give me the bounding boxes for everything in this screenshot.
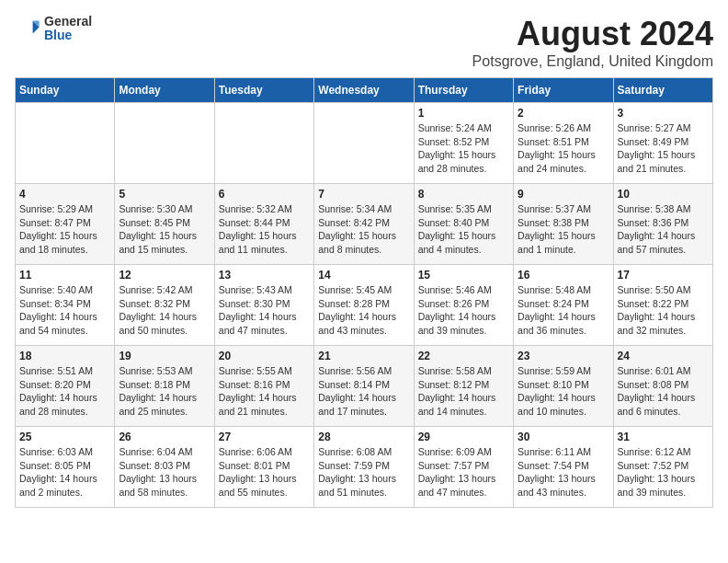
day-info: Sunrise: 6:11 AM Sunset: 7:54 PM Dayligh… <box>518 445 609 500</box>
day-cell: 27Sunrise: 6:06 AM Sunset: 8:01 PM Dayli… <box>214 427 313 508</box>
day-cell: 2Sunrise: 5:26 AM Sunset: 8:51 PM Daylig… <box>514 103 613 184</box>
day-cell: 31Sunrise: 6:12 AM Sunset: 7:52 PM Dayli… <box>613 427 712 508</box>
day-info: Sunrise: 5:38 AM Sunset: 8:36 PM Dayligh… <box>618 202 709 257</box>
day-number: 23 <box>518 350 609 362</box>
day-cell <box>314 103 414 184</box>
day-cell <box>115 103 214 184</box>
day-number: 31 <box>618 431 709 443</box>
logo-blue: Blue <box>44 29 92 42</box>
logo: General Blue <box>15 15 92 43</box>
day-cell: 16Sunrise: 5:48 AM Sunset: 8:24 PM Dayli… <box>514 265 613 346</box>
day-cell: 5Sunrise: 5:30 AM Sunset: 8:45 PM Daylig… <box>115 184 214 265</box>
day-number: 28 <box>318 431 409 443</box>
day-cell: 22Sunrise: 5:58 AM Sunset: 8:12 PM Dayli… <box>414 346 513 427</box>
header-row: SundayMondayTuesdayWednesdayThursdayFrid… <box>16 78 713 103</box>
day-info: Sunrise: 5:29 AM Sunset: 8:47 PM Dayligh… <box>19 202 110 257</box>
day-info: Sunrise: 6:04 AM Sunset: 8:03 PM Dayligh… <box>119 445 210 500</box>
day-info: Sunrise: 5:24 AM Sunset: 8:52 PM Dayligh… <box>418 121 509 176</box>
day-number: 1 <box>418 107 509 120</box>
header-cell-sunday: Sunday <box>16 78 115 103</box>
day-number: 15 <box>418 269 509 282</box>
day-info: Sunrise: 5:53 AM Sunset: 8:18 PM Dayligh… <box>119 364 210 419</box>
location: Potsgrove, England, United Kingdom <box>472 53 713 70</box>
day-info: Sunrise: 5:59 AM Sunset: 8:10 PM Dayligh… <box>518 364 609 419</box>
day-number: 3 <box>618 107 709 120</box>
day-number: 24 <box>618 350 709 362</box>
day-info: Sunrise: 5:51 AM Sunset: 8:20 PM Dayligh… <box>19 364 110 419</box>
day-info: Sunrise: 5:50 AM Sunset: 8:22 PM Dayligh… <box>618 283 709 338</box>
title-block: August 2024 Potsgrove, England, United K… <box>472 15 713 70</box>
day-cell: 8Sunrise: 5:35 AM Sunset: 8:40 PM Daylig… <box>414 184 513 265</box>
day-cell: 9Sunrise: 5:37 AM Sunset: 8:38 PM Daylig… <box>514 184 613 265</box>
day-number: 6 <box>219 188 310 201</box>
day-info: Sunrise: 5:43 AM Sunset: 8:30 PM Dayligh… <box>219 283 310 338</box>
day-cell: 6Sunrise: 5:32 AM Sunset: 8:44 PM Daylig… <box>214 184 313 265</box>
day-cell: 30Sunrise: 6:11 AM Sunset: 7:54 PM Dayli… <box>514 427 613 508</box>
day-cell: 12Sunrise: 5:42 AM Sunset: 8:32 PM Dayli… <box>115 265 214 346</box>
logo-icon <box>15 16 40 41</box>
day-number: 10 <box>618 188 709 201</box>
day-info: Sunrise: 5:58 AM Sunset: 8:12 PM Dayligh… <box>418 364 509 419</box>
day-number: 26 <box>119 431 210 443</box>
day-number: 8 <box>418 188 509 201</box>
day-cell: 14Sunrise: 5:45 AM Sunset: 8:28 PM Dayli… <box>314 265 414 346</box>
day-number: 25 <box>19 431 110 443</box>
day-number: 18 <box>19 350 110 362</box>
day-info: Sunrise: 5:46 AM Sunset: 8:26 PM Dayligh… <box>418 283 509 338</box>
day-cell <box>214 103 313 184</box>
day-number: 2 <box>518 107 609 120</box>
header-cell-friday: Friday <box>514 78 613 103</box>
day-cell: 29Sunrise: 6:09 AM Sunset: 7:57 PM Dayli… <box>414 427 513 508</box>
day-cell: 7Sunrise: 5:34 AM Sunset: 8:42 PM Daylig… <box>314 184 414 265</box>
day-cell: 15Sunrise: 5:46 AM Sunset: 8:26 PM Dayli… <box>414 265 513 346</box>
day-number: 29 <box>418 431 509 443</box>
day-number: 30 <box>518 431 609 443</box>
week-row-3: 18Sunrise: 5:51 AM Sunset: 8:20 PM Dayli… <box>16 346 713 427</box>
day-info: Sunrise: 6:03 AM Sunset: 8:05 PM Dayligh… <box>19 445 110 500</box>
day-number: 19 <box>119 350 210 362</box>
calendar-header: SundayMondayTuesdayWednesdayThursdayFrid… <box>16 78 713 103</box>
day-cell: 26Sunrise: 6:04 AM Sunset: 8:03 PM Dayli… <box>115 427 214 508</box>
day-number: 12 <box>119 269 210 282</box>
day-info: Sunrise: 5:27 AM Sunset: 8:49 PM Dayligh… <box>618 121 709 176</box>
day-number: 7 <box>318 188 409 201</box>
calendar: SundayMondayTuesdayWednesdayThursdayFrid… <box>15 77 713 508</box>
day-cell: 3Sunrise: 5:27 AM Sunset: 8:49 PM Daylig… <box>613 103 712 184</box>
day-info: Sunrise: 6:08 AM Sunset: 7:59 PM Dayligh… <box>318 445 409 500</box>
day-number: 13 <box>219 269 310 282</box>
day-number: 9 <box>518 188 609 201</box>
day-number: 20 <box>219 350 310 362</box>
day-cell: 4Sunrise: 5:29 AM Sunset: 8:47 PM Daylig… <box>16 184 115 265</box>
day-cell: 11Sunrise: 5:40 AM Sunset: 8:34 PM Dayli… <box>16 265 115 346</box>
day-number: 5 <box>119 188 210 201</box>
day-info: Sunrise: 5:45 AM Sunset: 8:28 PM Dayligh… <box>318 283 409 338</box>
day-cell: 25Sunrise: 6:03 AM Sunset: 8:05 PM Dayli… <box>16 427 115 508</box>
day-cell: 19Sunrise: 5:53 AM Sunset: 8:18 PM Dayli… <box>115 346 214 427</box>
day-info: Sunrise: 5:34 AM Sunset: 8:42 PM Dayligh… <box>318 202 409 257</box>
day-info: Sunrise: 5:30 AM Sunset: 8:45 PM Dayligh… <box>119 202 210 257</box>
day-info: Sunrise: 6:06 AM Sunset: 8:01 PM Dayligh… <box>219 445 310 500</box>
logo-text: General Blue <box>44 15 92 43</box>
day-number: 16 <box>518 269 609 282</box>
day-info: Sunrise: 6:12 AM Sunset: 7:52 PM Dayligh… <box>618 445 709 500</box>
day-cell: 10Sunrise: 5:38 AM Sunset: 8:36 PM Dayli… <box>613 184 712 265</box>
day-info: Sunrise: 5:48 AM Sunset: 8:24 PM Dayligh… <box>518 283 609 338</box>
day-cell: 18Sunrise: 5:51 AM Sunset: 8:20 PM Dayli… <box>16 346 115 427</box>
day-number: 14 <box>318 269 409 282</box>
month-title: August 2024 <box>472 15 713 53</box>
header-cell-monday: Monday <box>115 78 214 103</box>
day-cell: 21Sunrise: 5:56 AM Sunset: 8:14 PM Dayli… <box>314 346 414 427</box>
header-cell-thursday: Thursday <box>414 78 513 103</box>
day-info: Sunrise: 5:42 AM Sunset: 8:32 PM Dayligh… <box>119 283 210 338</box>
day-cell: 24Sunrise: 6:01 AM Sunset: 8:08 PM Dayli… <box>613 346 712 427</box>
week-row-2: 11Sunrise: 5:40 AM Sunset: 8:34 PM Dayli… <box>16 265 713 346</box>
day-cell: 13Sunrise: 5:43 AM Sunset: 8:30 PM Dayli… <box>214 265 313 346</box>
day-number: 22 <box>418 350 509 362</box>
day-info: Sunrise: 6:01 AM Sunset: 8:08 PM Dayligh… <box>618 364 709 419</box>
day-cell: 28Sunrise: 6:08 AM Sunset: 7:59 PM Dayli… <box>314 427 414 508</box>
day-cell <box>16 103 115 184</box>
calendar-body: 1Sunrise: 5:24 AM Sunset: 8:52 PM Daylig… <box>16 103 713 508</box>
day-info: Sunrise: 5:56 AM Sunset: 8:14 PM Dayligh… <box>318 364 409 419</box>
day-info: Sunrise: 5:40 AM Sunset: 8:34 PM Dayligh… <box>19 283 110 338</box>
logo-general: General <box>44 15 92 29</box>
